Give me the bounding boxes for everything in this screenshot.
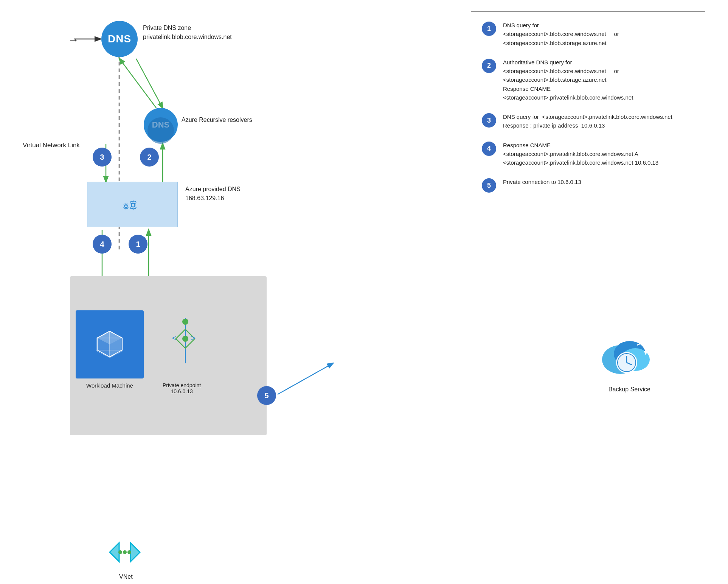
workload-machine-box <box>76 310 144 378</box>
svg-point-23 <box>182 319 188 325</box>
svg-point-41 <box>127 550 131 554</box>
svg-text:>: > <box>191 334 196 342</box>
vnet-link-label: Virtual Network Link <box>23 142 80 149</box>
step-circle-4: 4 <box>482 142 496 156</box>
arrow-to-dns-icon: → <box>68 34 79 46</box>
dns-zone-label: Private DNS zone privatelink.blob.core.w… <box>143 23 232 42</box>
step2-diagram: 2 <box>140 148 159 167</box>
svg-point-40 <box>123 550 127 554</box>
step-circle-5: 5 <box>482 178 496 193</box>
svg-point-24 <box>182 336 188 342</box>
dns-zone-circle: DNS <box>101 21 138 57</box>
step4-diagram: 4 <box>93 235 112 254</box>
cube-icon <box>93 327 127 361</box>
gear-icon <box>120 192 144 216</box>
step-3-text: DNS query for <storageaccount>.privateli… <box>503 112 672 130</box>
vnet-icon <box>106 537 144 569</box>
dns-recursive-label: Azure Recursive resolvers <box>182 117 252 123</box>
info-row-5: 5 Private connection to 10.6.0.13 <box>482 178 694 193</box>
backup-service-label: Backup Service <box>608 386 650 393</box>
svg-point-39 <box>118 550 122 554</box>
vnet-label: VNet <box>119 573 133 580</box>
step-5-text: Private connection to 10.6.0.13 <box>503 178 581 186</box>
step-circle-3: 3 <box>482 113 496 128</box>
step-4-text: Response CNAME <storageaccount>.privatel… <box>503 141 658 167</box>
svg-marker-38 <box>130 543 140 562</box>
dns-icon: DNS <box>108 33 131 45</box>
backup-service-icon <box>599 329 652 384</box>
svg-marker-37 <box>110 543 119 562</box>
private-endpoint-icon: < > <box>170 318 200 365</box>
step1-diagram: 1 <box>129 235 147 254</box>
private-endpoint-label: Private endpoint 10.6.0.13 <box>163 382 201 394</box>
svg-line-4 <box>120 59 156 108</box>
step-1-text: DNS query for <storageaccount>.blob.core… <box>503 21 619 47</box>
info-panel: 1 DNS query for <storageaccount>.blob.co… <box>471 11 705 202</box>
step5-diagram: 5 <box>257 386 276 405</box>
info-row-4: 4 Response CNAME <storageaccount>.privat… <box>482 141 694 167</box>
workload-machine-label: Workload Machine <box>74 382 146 389</box>
step-circle-1: 1 <box>482 22 496 36</box>
step3-diagram: 3 <box>93 148 112 167</box>
svg-line-5 <box>136 59 163 108</box>
azure-dns-box-label: Azure provided DNS 168.63.129.16 <box>185 185 241 203</box>
dns-globe-overlay <box>147 117 174 144</box>
info-row-3: 3 DNS query for <storageaccount>.private… <box>482 112 694 130</box>
diagram-container: 1 DNS query for <storageaccount>.blob.co… <box>0 0 728 584</box>
svg-line-11 <box>278 363 333 394</box>
info-row-1: 1 DNS query for <storageaccount>.blob.co… <box>482 21 694 47</box>
step-2-text: Authoritative DNS query for <storageacco… <box>503 58 633 102</box>
svg-text:<: < <box>172 334 177 342</box>
step-circle-2: 2 <box>482 59 496 73</box>
azure-dns-box <box>87 182 178 227</box>
info-row-2: 2 Authoritative DNS query for <storageac… <box>482 58 694 102</box>
